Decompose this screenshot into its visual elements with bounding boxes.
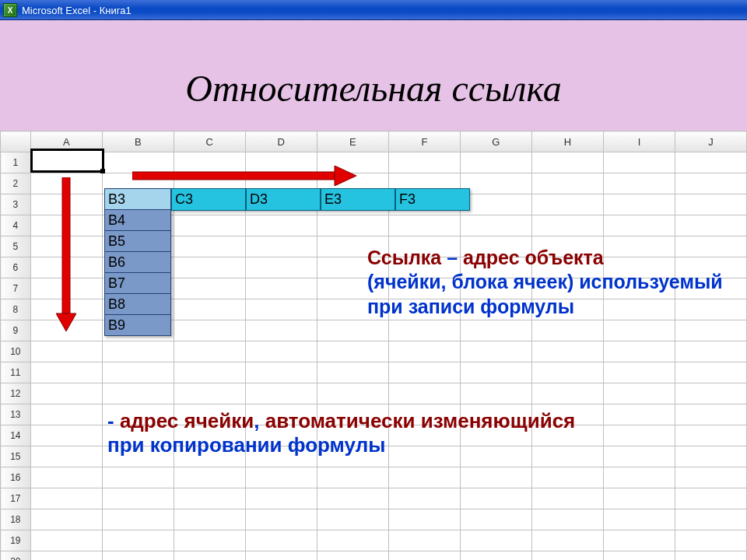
cell-G3[interactable] (460, 194, 531, 215)
cell-C11[interactable] (174, 362, 245, 383)
cell-H16[interactable] (531, 467, 603, 488)
row-header-20[interactable]: 20 (1, 551, 31, 561)
cell-D10[interactable] (245, 341, 317, 362)
cell-H11[interactable] (531, 362, 603, 383)
cell-B18[interactable] (102, 509, 174, 530)
row-header-17[interactable]: 17 (1, 488, 31, 509)
cell-H17[interactable] (531, 488, 603, 509)
cell-A6[interactable] (30, 257, 102, 278)
cell-I18[interactable] (603, 509, 675, 530)
cell-I9[interactable] (603, 320, 675, 341)
cell-H4[interactable] (531, 215, 603, 236)
cell-A15[interactable] (30, 446, 102, 467)
cell-C8[interactable] (174, 299, 245, 320)
cell-G12[interactable] (460, 383, 531, 404)
cell-I16[interactable] (603, 467, 675, 488)
cell-E10[interactable] (317, 341, 388, 362)
row-header-8[interactable]: 8 (1, 299, 31, 320)
cell-B16[interactable] (102, 467, 174, 488)
row-header-19[interactable]: 19 (1, 530, 31, 551)
cell-H20[interactable] (531, 551, 603, 561)
cell-C10[interactable] (174, 341, 245, 362)
cell-G19[interactable] (460, 530, 531, 551)
cell-G10[interactable] (460, 341, 531, 362)
row-header-1[interactable]: 1 (1, 152, 31, 173)
cell-J11[interactable] (675, 362, 746, 383)
cell-C16[interactable] (174, 467, 245, 488)
fill-handle[interactable] (100, 169, 105, 173)
cell-C20[interactable] (174, 551, 245, 561)
row-header-5[interactable]: 5 (1, 236, 31, 257)
cell-F12[interactable] (388, 383, 460, 404)
cell-A16[interactable] (30, 467, 102, 488)
cell-I4[interactable] (603, 215, 675, 236)
cell-E18[interactable] (317, 509, 388, 530)
cell-D19[interactable] (245, 530, 317, 551)
cell-B20[interactable] (102, 551, 174, 561)
cell-I11[interactable] (603, 362, 675, 383)
cell-B10[interactable] (102, 341, 174, 362)
cell-H9[interactable] (531, 320, 603, 341)
cell-G18[interactable] (460, 509, 531, 530)
cell-F19[interactable] (388, 530, 460, 551)
cell-D17[interactable] (245, 488, 317, 509)
cell-G20[interactable] (460, 551, 531, 561)
cell-A12[interactable] (30, 383, 102, 404)
cell-B19[interactable] (102, 530, 174, 551)
cell-F20[interactable] (388, 551, 460, 561)
cell-A4[interactable] (30, 215, 102, 236)
cell-G9[interactable] (460, 320, 531, 341)
cell-I1[interactable] (603, 152, 675, 173)
cell-G2[interactable] (460, 173, 531, 194)
cell-J1[interactable] (675, 152, 746, 173)
cell-J10[interactable] (675, 341, 746, 362)
cell-F17[interactable] (388, 488, 460, 509)
cell-D1[interactable] (245, 152, 317, 173)
cell-F4[interactable] (388, 215, 460, 236)
row-header-14[interactable]: 14 (1, 425, 31, 446)
cell-J14[interactable] (675, 425, 746, 446)
cell-A13[interactable] (30, 404, 102, 425)
cell-D8[interactable] (245, 299, 317, 320)
cell-J16[interactable] (675, 467, 746, 488)
cell-E9[interactable] (317, 320, 388, 341)
cell-A3[interactable] (30, 194, 102, 215)
cell-F9[interactable] (388, 320, 460, 341)
cell-F16[interactable] (388, 467, 460, 488)
cell-D9[interactable] (245, 320, 317, 341)
row-header-13[interactable]: 13 (1, 404, 31, 425)
cell-D12[interactable] (245, 383, 317, 404)
cell-C9[interactable] (174, 320, 245, 341)
cell-E4[interactable] (317, 215, 388, 236)
cell-B11[interactable] (102, 362, 174, 383)
row-header-9[interactable]: 9 (1, 320, 31, 341)
cell-C4[interactable] (174, 215, 245, 236)
cell-A7[interactable] (30, 278, 102, 299)
cell-J15[interactable] (675, 446, 746, 467)
col-header-H[interactable]: H (531, 131, 603, 152)
cell-I20[interactable] (603, 551, 675, 561)
cell-A18[interactable] (30, 509, 102, 530)
cell-E1[interactable] (317, 152, 388, 173)
col-header-J[interactable]: J (675, 131, 746, 152)
cell-G1[interactable] (460, 152, 531, 173)
cell-E12[interactable] (317, 383, 388, 404)
row-header-11[interactable]: 11 (1, 362, 31, 383)
col-header-F[interactable]: F (388, 131, 460, 152)
cell-H3[interactable] (531, 194, 603, 215)
cell-D20[interactable] (245, 551, 317, 561)
cell-J19[interactable] (675, 530, 746, 551)
cell-J3[interactable] (675, 194, 746, 215)
cell-B17[interactable] (102, 488, 174, 509)
cell-C6[interactable] (174, 257, 245, 278)
cell-I15[interactable] (603, 446, 675, 467)
cell-E17[interactable] (317, 488, 388, 509)
cell-A5[interactable] (30, 236, 102, 257)
cell-H2[interactable] (531, 173, 603, 194)
cell-E20[interactable] (317, 551, 388, 561)
cell-F10[interactable] (388, 341, 460, 362)
cell-I17[interactable] (603, 488, 675, 509)
cell-A2[interactable] (30, 173, 102, 194)
cell-E19[interactable] (317, 530, 388, 551)
cell-H12[interactable] (531, 383, 603, 404)
